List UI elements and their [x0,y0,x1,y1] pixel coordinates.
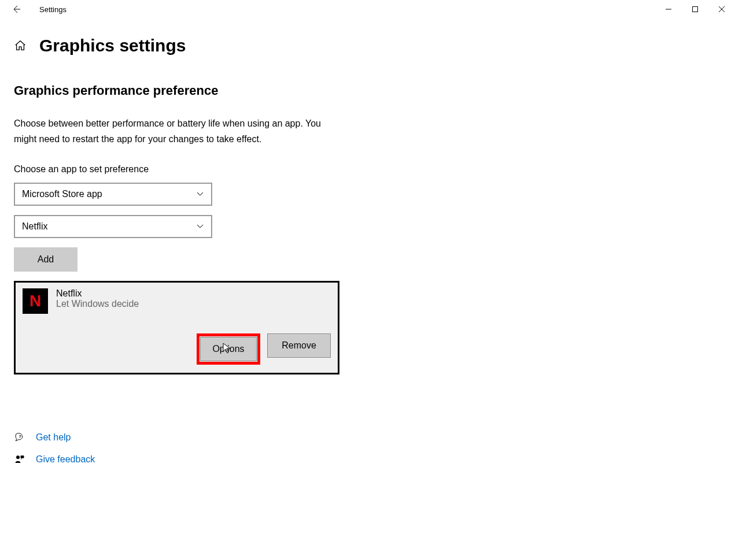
close-icon [718,6,725,13]
svg-rect-1 [693,7,698,12]
minimize-button[interactable] [655,0,682,18]
minimize-icon [665,6,672,13]
app-title: Settings [39,5,67,14]
svg-text:?: ? [19,435,21,439]
app-subtitle: Let Windows decide [56,299,139,309]
app-row: N Netflix Let Windows decide [23,288,331,314]
maximize-icon [692,6,699,13]
give-feedback-text: Give feedback [36,454,95,465]
section-title: Graphics performance preference [14,83,735,98]
app-select-dropdown[interactable]: Netflix [14,215,212,238]
title-bar: Settings [0,0,735,18]
close-button[interactable] [708,0,735,18]
description-text: Choose between better performance or bat… [14,116,326,147]
remove-button[interactable]: Remove [267,333,331,358]
app-name: Netflix [56,288,139,299]
home-button[interactable] [14,39,27,52]
window-controls [655,0,735,18]
highlight-box: Options [197,333,260,365]
get-help-text: Get help [36,432,71,443]
give-feedback-link[interactable]: Give feedback [14,454,735,465]
options-button[interactable]: Options [200,337,257,361]
chevron-down-icon [196,222,204,231]
add-button[interactable]: Add [14,247,77,272]
choose-app-label: Choose an app to set preference [14,164,735,175]
content-area: Graphics settings Graphics performance p… [0,18,735,465]
app-card[interactable]: N Netflix Let Windows decide Options Rem… [14,281,339,374]
home-icon [14,39,27,52]
svg-point-5 [16,456,20,459]
help-links: ? Get help Give feedback [14,432,735,465]
app-info: Netflix Let Windows decide [56,288,139,309]
netflix-icon: N [23,288,48,314]
page-title: Graphics settings [39,36,186,55]
maximize-button[interactable] [682,0,708,18]
card-buttons: Options Remove [23,333,331,365]
help-icon: ? [14,432,25,443]
back-button[interactable] [5,0,28,18]
page-header: Graphics settings [14,36,735,55]
chevron-down-icon [196,190,204,198]
app-type-dropdown[interactable]: Microsoft Store app [14,183,212,206]
get-help-link[interactable]: ? Get help [14,432,735,443]
app-type-selected: Microsoft Store app [22,189,102,199]
svg-rect-6 [21,456,24,459]
app-select-selected: Netflix [22,221,47,232]
feedback-icon [14,454,25,465]
arrow-left-icon [12,5,21,14]
